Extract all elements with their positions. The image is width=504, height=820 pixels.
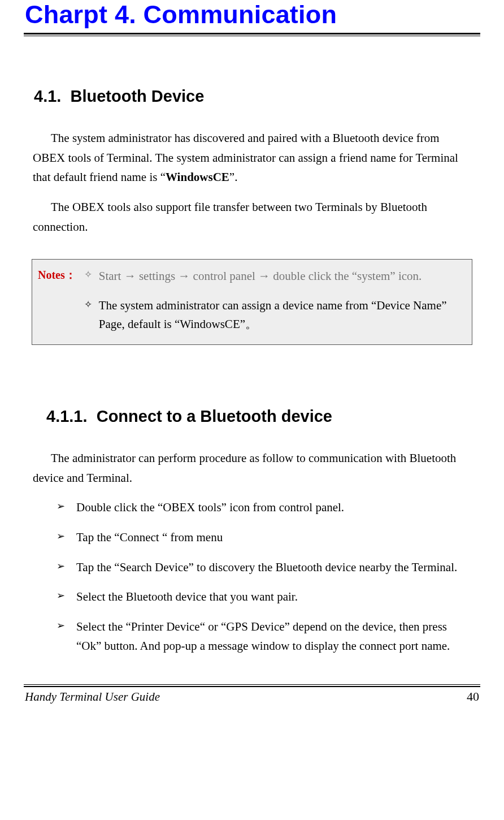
- note-part: double click the “system” icon.: [270, 269, 422, 283]
- triangle-bullet-icon: ➢: [57, 528, 65, 547]
- step-text: Tap the “Connect “ from menu: [76, 528, 471, 547]
- section-paragraph: The OBEX tools also support file transfe…: [33, 197, 471, 236]
- section-paragraph: The system administrator has discovered …: [33, 128, 471, 187]
- list-item: ➢ Select the Bluetooth device that you w…: [33, 587, 471, 607]
- steps-list: ➢ Double click the “OBEX tools” icon fro…: [33, 498, 471, 656]
- chapter-divider: [24, 33, 480, 36]
- subsection-heading: 4.1.1. Connect to a Bluetooth device: [46, 407, 480, 426]
- note-part: control panel: [190, 269, 258, 283]
- step-text: Select the “Printer Device“ or “GPS Devi…: [76, 617, 471, 656]
- section-title: Bluetooth Device: [71, 87, 205, 105]
- page-footer: Handy Terminal User Guide 40: [24, 689, 480, 704]
- footer-doc-title: Handy Terminal User Guide: [25, 690, 160, 704]
- paragraph-text: The system administrator has discovered …: [33, 131, 458, 184]
- subsection-number: 4.1.1.: [46, 407, 88, 425]
- chapter-title: Charpt 4. Communication: [25, 0, 480, 29]
- section-heading: 4.1. Bluetooth Device: [34, 87, 480, 106]
- diamond-bullet-icon: ✧: [84, 266, 92, 286]
- note-text: Start → settings → control panel → doubl…: [99, 266, 466, 286]
- notes-box: Notes： ✧ Start → settings → control pane…: [32, 259, 472, 345]
- triangle-bullet-icon: ➢: [57, 558, 65, 577]
- footer-divider: [24, 684, 480, 687]
- diamond-bullet-icon: ✧: [84, 296, 92, 334]
- note-part: Start: [99, 269, 124, 283]
- arrow-icon: →: [258, 269, 270, 282]
- note-item: ✧ Start → settings → control panel → dou…: [80, 266, 466, 286]
- list-item: ➢ Tap the “Search Device” to discovery t…: [33, 558, 471, 577]
- triangle-bullet-icon: ➢: [57, 587, 65, 607]
- section-number: 4.1.: [34, 87, 61, 105]
- page-number: 40: [467, 689, 479, 704]
- list-item: ➢ Select the “Printer Device“ or “GPS De…: [33, 617, 471, 656]
- step-text: Select the Bluetooth device that you wan…: [76, 587, 471, 607]
- note-text: The system administrator can assign a de…: [99, 296, 466, 334]
- triangle-bullet-icon: ➢: [57, 617, 65, 656]
- step-text: Double click the “OBEX tools” icon from …: [76, 498, 471, 517]
- subsection-paragraph: The administrator can perform procedure …: [33, 448, 471, 487]
- arrow-icon: →: [178, 269, 190, 282]
- list-item: ➢ Tap the “Connect “ from menu: [33, 528, 471, 547]
- step-text: Tap the “Search Device” to discovery the…: [76, 558, 471, 577]
- note-item: ✧ The system administrator can assign a …: [80, 296, 466, 334]
- paragraph-text: ”.: [229, 170, 238, 184]
- note-part: settings: [136, 269, 179, 283]
- arrow-icon: →: [124, 269, 136, 282]
- subsection-title: Connect to a Bluetooth device: [97, 407, 332, 425]
- notes-label: Notes：: [38, 266, 76, 283]
- triangle-bullet-icon: ➢: [57, 498, 65, 517]
- list-item: ➢ Double click the “OBEX tools” icon fro…: [33, 498, 471, 517]
- bold-text: WindowsCE: [166, 170, 229, 184]
- notes-content: ✧ Start → settings → control panel → dou…: [80, 266, 466, 334]
